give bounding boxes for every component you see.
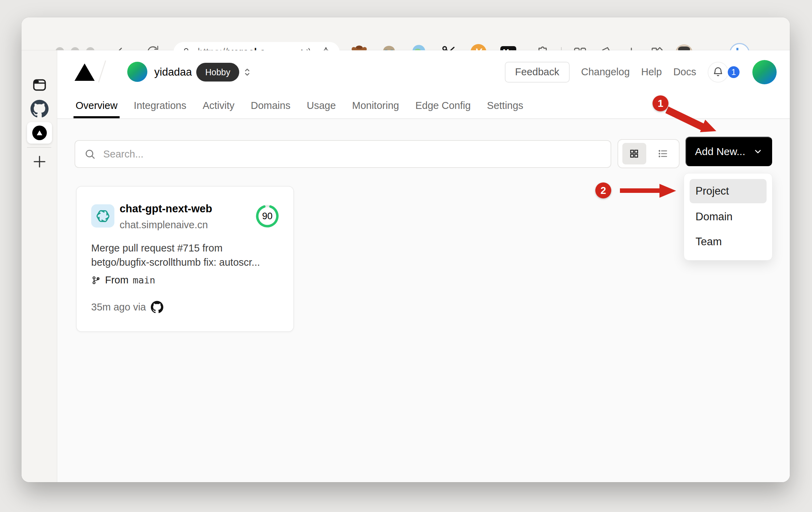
sidebar-panel-icon xyxy=(32,77,47,93)
dashboard-content: Add New... Project Domain Team xyxy=(57,119,790,482)
tabstrip-divider xyxy=(27,147,51,148)
deployed-time: 35m ago via xyxy=(91,301,146,313)
team-switcher-button[interactable] xyxy=(240,63,254,82)
branch-prefix: From xyxy=(105,274,129,286)
vertical-tab-strip xyxy=(21,50,57,482)
tab-vercel-active[interactable] xyxy=(21,122,57,144)
add-new-button[interactable]: Add New... xyxy=(685,137,772,166)
tab-settings[interactable]: Settings xyxy=(487,93,524,118)
plus-icon xyxy=(32,154,47,170)
docs-link[interactable]: Docs xyxy=(673,66,696,78)
list-view-icon xyxy=(657,148,668,159)
project-search[interactable] xyxy=(75,140,611,168)
project-domain[interactable]: chat.simplenaive.cn xyxy=(120,219,208,231)
add-new-label: Add New... xyxy=(695,146,745,157)
annotation-step-1: 1 xyxy=(653,95,668,111)
browser-window: https://vercel.c... A 2 V M↓ xyxy=(21,17,790,482)
menu-item-project[interactable]: Project xyxy=(690,179,767,203)
vercel-logo[interactable] xyxy=(75,63,95,81)
vercel-dashboard-page: yidadaa Hobby Feedback Changelog Help Do… xyxy=(57,50,790,482)
plan-badge: Hobby xyxy=(196,63,239,82)
notifications-button[interactable]: 1 xyxy=(708,62,741,83)
list-view-button[interactable] xyxy=(651,143,675,164)
scope-selector-row: yidadaa Hobby Feedback Changelog Help Do… xyxy=(57,50,790,94)
team-name[interactable]: yidadaa xyxy=(154,50,192,94)
feedback-button[interactable]: Feedback xyxy=(505,62,570,83)
team-avatar[interactable] xyxy=(127,62,147,82)
menu-item-team[interactable]: Team xyxy=(690,229,767,254)
openai-logo-icon xyxy=(95,208,111,224)
grid-view-icon xyxy=(629,148,639,159)
deployment-meta-row: 35m ago via xyxy=(91,301,163,313)
branch-name[interactable]: main xyxy=(133,275,155,285)
commit-line-2: betgo/bugfix-scrollthumb fix: autoscr... xyxy=(91,255,278,270)
annotation-step-2: 2 xyxy=(595,182,611,198)
chevron-updown-icon xyxy=(242,67,252,77)
browser-toolbar: https://vercel.c... A 2 V M↓ xyxy=(21,17,790,50)
tab-overview[interactable]: Overview xyxy=(76,93,118,118)
tab-edge-config[interactable]: Edge Config xyxy=(415,93,471,118)
score-value: 90 xyxy=(256,204,279,228)
commit-line-1: Merge pull request #715 from xyxy=(91,241,278,255)
github-icon xyxy=(151,301,163,313)
branch-row: From main xyxy=(91,274,155,286)
changelog-link[interactable]: Changelog xyxy=(581,66,630,78)
view-toggle-group xyxy=(617,139,680,168)
header-right-actions: Feedback Changelog Help Docs 1 xyxy=(505,50,777,94)
grid-view-button[interactable] xyxy=(622,143,646,164)
annotation-2-number: 2 xyxy=(601,185,606,196)
bell-icon xyxy=(712,66,724,78)
tab-actions-button[interactable] xyxy=(21,77,57,93)
search-icon xyxy=(84,148,96,160)
git-branch-icon xyxy=(91,275,101,285)
tab-domains[interactable]: Domains xyxy=(251,93,290,118)
vercel-site-header: yidadaa Hobby Feedback Changelog Help Do… xyxy=(57,50,790,119)
user-avatar[interactable] xyxy=(752,60,777,84)
add-new-dropdown: Project Domain Team xyxy=(684,173,772,261)
chevron-down-icon xyxy=(753,147,763,156)
project-favicon xyxy=(91,204,114,228)
tab-integrations[interactable]: Integrations xyxy=(134,93,187,118)
project-name[interactable]: chat-gpt-next-web xyxy=(120,203,212,215)
menu-item-domain[interactable]: Domain xyxy=(690,204,767,229)
new-tab-button[interactable] xyxy=(21,154,57,170)
bell-circle xyxy=(708,62,728,83)
github-icon xyxy=(31,100,49,118)
search-input[interactable] xyxy=(103,148,602,160)
tab-github[interactable] xyxy=(21,100,57,118)
annotation-1-number: 1 xyxy=(658,98,663,109)
breadcrumb-slash xyxy=(98,60,106,83)
tab-activity[interactable]: Activity xyxy=(202,93,234,118)
active-tab-card xyxy=(27,122,52,144)
project-card[interactable]: chat-gpt-next-web chat.simplenaive.cn 90… xyxy=(76,186,294,332)
dashboard-nav-tabs: Overview Integrations Activity Domains U… xyxy=(76,93,523,118)
latest-commit-message[interactable]: Merge pull request #715 from betgo/bugfi… xyxy=(91,241,278,270)
help-link[interactable]: Help xyxy=(641,66,662,78)
score-ring[interactable]: 90 xyxy=(256,204,279,228)
tab-usage[interactable]: Usage xyxy=(307,93,336,118)
tab-monitoring[interactable]: Monitoring xyxy=(352,93,399,118)
vercel-favicon xyxy=(32,126,47,140)
notification-count-badge: 1 xyxy=(726,65,741,79)
vercel-triangle-icon xyxy=(35,129,44,137)
